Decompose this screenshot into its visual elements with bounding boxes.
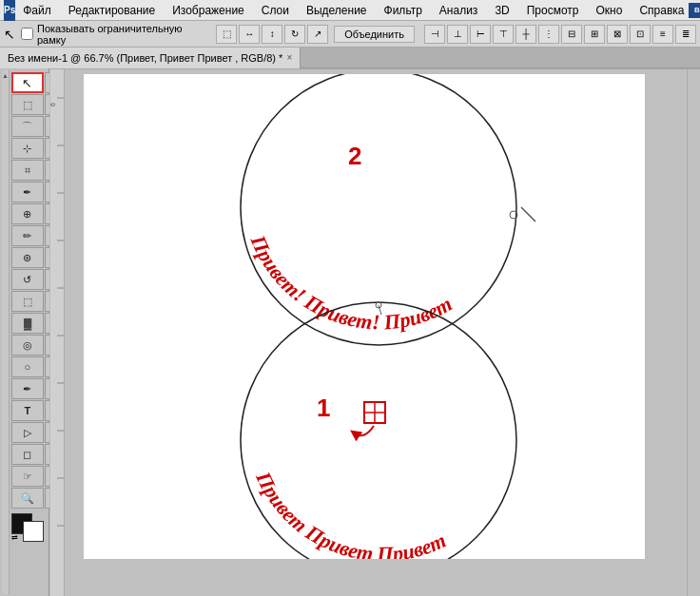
svg-text:Привет  Привет  Привет: Привет Привет Привет (251, 467, 450, 559)
toolbar-btn-4[interactable]: ↻ (284, 25, 305, 44)
canvas-row: 6 4 (49, 69, 700, 596)
svg-text:6: 6 (49, 103, 56, 106)
gradient-btn[interactable]: ▓ (11, 313, 44, 334)
menu-analyze[interactable]: Анализ (436, 2, 482, 19)
menu-layers[interactable]: Слои (258, 2, 293, 19)
show-bounds-area: Показывать ограничительную рамку (21, 23, 210, 46)
toolbar-dist-6[interactable]: ≣ (675, 25, 696, 44)
toolbox: ▲ ↖ ⬚ ⬚ — ⌒ △ ⊹ ✶ ⌗ ◿ (0, 68, 49, 596)
history-btn[interactable]: ↺ (11, 269, 44, 290)
merge-button[interactable]: Объединить (334, 26, 415, 43)
show-bounds-checkbox[interactable] (21, 28, 33, 40)
eyedropper-btn[interactable]: ✒ (11, 182, 44, 202)
menubar-right: Br MB (689, 3, 701, 18)
menu-file[interactable]: Файл (19, 2, 55, 19)
toolbar-right-icons: ⊣ ⊥ ⊢ ⊤ ┼ ⋮ ⊟ ⊞ ⊠ ⊡ ≡ ≣ (424, 25, 696, 44)
toolbar-btn-3[interactable]: ↕ (262, 25, 282, 44)
clone-btn[interactable]: ⊛ (11, 247, 44, 268)
menu-filter[interactable]: Фильтр (380, 2, 426, 19)
pen-btn[interactable]: ✒ (11, 378, 44, 399)
crop-btn[interactable]: ⌗ (11, 160, 44, 181)
menu-edit[interactable]: Редактирование (65, 2, 159, 19)
toolbox-ruler: ▲ (2, 70, 10, 594)
toolbar-align-4[interactable]: ⊤ (493, 25, 514, 44)
main-layout: ▲ ↖ ⬚ ⬚ — ⌒ △ ⊹ ✶ ⌗ ◿ (0, 68, 700, 596)
menu-3d[interactable]: 3D (491, 2, 513, 19)
svg-text:1: 1 (317, 394, 330, 422)
toolbar-dist-3[interactable]: ⊠ (607, 25, 628, 44)
canvas-container: Привет! Привет! Привет 2 Пр (65, 69, 687, 596)
menu-view[interactable]: Просмотр (523, 2, 583, 19)
canvas-svg: Привет! Привет! Привет 2 Пр (84, 74, 645, 559)
toolbar-align-2[interactable]: ⊥ (447, 25, 468, 44)
document-tab[interactable]: Без имени-1 @ 66.7% (Привет, Привет Прив… (0, 48, 301, 68)
menu-image[interactable]: Изображение (168, 2, 248, 19)
brush-btn[interactable]: ✏ (11, 225, 44, 246)
ps-canvas: Привет! Привет! Привет 2 Пр (84, 74, 645, 559)
move-tool-btn[interactable]: ↖ (11, 72, 44, 93)
ruler-vertical: 6 4 (49, 69, 65, 596)
menu-items: Файл Редактирование Изображение Слои Выд… (19, 2, 688, 19)
toolbar-dist-5[interactable]: ≡ (652, 25, 673, 44)
eraser-btn[interactable]: ⬚ (11, 291, 44, 312)
quick-select-btn[interactable]: ⊹ (11, 138, 44, 159)
hand-btn[interactable]: ☞ (11, 466, 44, 487)
dodge-btn[interactable]: ○ (11, 356, 44, 377)
ruler-v-svg: 6 4 (49, 69, 65, 596)
content-area: 14 12 10 8 6 4 2 0 2 (49, 68, 700, 596)
tabbar: Без имени-1 @ 66.7% (Привет, Привет Прив… (0, 48, 700, 68)
toolbar-align-3[interactable]: ⊢ (470, 25, 491, 44)
show-bounds-label: Показывать ограничительную рамку (37, 23, 210, 46)
svg-text:Привет! Привет! Привет: Привет! Привет! Привет (245, 231, 456, 335)
text-btn[interactable]: T (11, 400, 44, 421)
path-selection-btn[interactable]: ▷ (11, 422, 44, 443)
svg-text:2: 2 (348, 142, 361, 170)
toolbar-dist-4[interactable]: ⊡ (630, 25, 651, 44)
tab-close-button[interactable]: × (286, 52, 292, 63)
toolbar-transform-icons: ⬚ ↔ ↕ ↻ ↗ (216, 25, 328, 44)
toolbar-btn-2[interactable]: ↔ (239, 25, 260, 44)
spot-heal-btn[interactable]: ⊕ (11, 203, 44, 224)
toolbar-align-6[interactable]: ⋮ (538, 25, 559, 44)
marquee-tool-btn[interactable]: ⬚ (11, 94, 44, 115)
menu-window[interactable]: Окно (593, 2, 627, 19)
toolbar-dist-1[interactable]: ⊟ (561, 25, 582, 44)
toolbar-dist-2[interactable]: ⊞ (584, 25, 605, 44)
color-swatches[interactable]: ⇄ (11, 513, 44, 542)
svg-point-42 (241, 74, 516, 345)
svg-line-54 (521, 207, 535, 221)
tool-arrow-icon: ↖ (4, 27, 15, 42)
background-color[interactable] (23, 521, 44, 542)
menu-help[interactable]: Справка (635, 2, 688, 19)
toolbar: ↖ Показывать ограничительную рамку ⬚ ↔ ↕… (0, 21, 700, 48)
toolbar-btn-5[interactable]: ↗ (307, 25, 328, 44)
shape-btn[interactable]: ◻ (11, 444, 44, 465)
toolbar-align-1[interactable]: ⊣ (424, 25, 445, 44)
scrollbar-vertical[interactable] (687, 69, 700, 596)
br-badge: Br (689, 3, 701, 18)
lasso-tool-btn[interactable]: ⌒ (11, 116, 44, 137)
blur-btn[interactable]: ◎ (11, 335, 44, 356)
toolbar-align-5[interactable]: ┼ (515, 25, 536, 44)
zoom-btn[interactable]: 🔍 (11, 488, 44, 509)
app-logo: Ps (4, 0, 15, 21)
menubar: Ps Файл Редактирование Изображение Слои … (0, 0, 700, 21)
toolbar-btn-1[interactable]: ⬚ (216, 25, 237, 44)
tab-title: Без имени-1 @ 66.7% (Привет, Привет Прив… (8, 52, 282, 64)
menu-select[interactable]: Выделение (302, 2, 371, 19)
swap-colors-icon[interactable]: ⇄ (11, 533, 18, 542)
